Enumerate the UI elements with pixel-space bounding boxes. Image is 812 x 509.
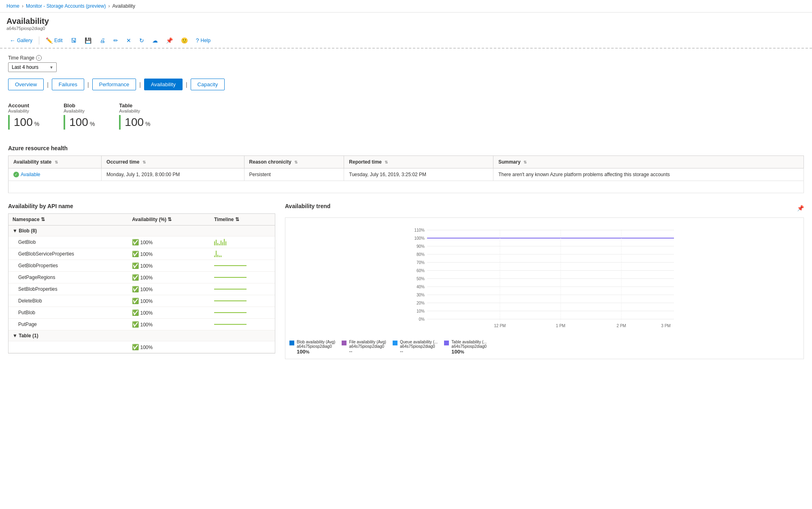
api-row-putpage: PutPage ✅ 100% bbox=[9, 319, 275, 330]
refresh-button[interactable]: ↻ bbox=[136, 36, 147, 45]
col-reason[interactable]: Reason chronicity ⇅ bbox=[244, 156, 344, 168]
legend-table-account: a64s75piosp2diag0 bbox=[451, 344, 487, 349]
refresh-icon: ↻ bbox=[139, 37, 144, 44]
svg-text:12 PM: 12 PM bbox=[494, 324, 506, 328]
close-button[interactable]: ✕ bbox=[123, 36, 134, 45]
metric-table-name: Table bbox=[119, 102, 150, 109]
tab-failures[interactable]: Failures bbox=[52, 79, 84, 90]
api-col-namespace[interactable]: Namespace ⇅ bbox=[9, 214, 128, 226]
cell-occurred: Monday, July 1, 2019, 8:00:00 PM bbox=[102, 168, 244, 181]
api-timeline-deleteblob bbox=[210, 295, 275, 307]
breadcrumb-home[interactable]: Home bbox=[6, 3, 19, 9]
check-icon-3: ✅ bbox=[132, 262, 139, 269]
tab-capacity[interactable]: Capacity bbox=[191, 79, 225, 90]
col-occurred-time[interactable]: Occurred time ⇅ bbox=[102, 156, 244, 168]
metric-blob-name: Blob bbox=[64, 102, 95, 109]
api-timeline-getblobproperties bbox=[210, 260, 275, 272]
api-col-availability[interactable]: Availability (%) ⇅ bbox=[128, 214, 210, 226]
api-section-title: Availability by API name bbox=[8, 203, 275, 209]
svg-text:70%: 70% bbox=[417, 260, 425, 265]
api-row-getblobserviceproperties: GetBlobServiceProperties ✅ 100% bbox=[9, 248, 275, 260]
check-icon-8: ✅ bbox=[132, 321, 139, 328]
sort-icon-reported: ⇅ bbox=[385, 160, 388, 164]
help-button[interactable]: ? Help bbox=[193, 36, 214, 45]
sort-icon-occurred: ⇅ bbox=[142, 160, 146, 164]
cloud-icon: ☁ bbox=[152, 37, 158, 44]
edit-button[interactable]: ✏️ Edit bbox=[43, 36, 66, 45]
col-reported-time[interactable]: Reported time ⇅ bbox=[344, 156, 493, 168]
page-subtitle: a64s75piosp2diag0 bbox=[6, 26, 806, 31]
trend-pin-icon[interactable]: 📌 bbox=[797, 205, 804, 211]
timeline-line-3 bbox=[214, 289, 247, 290]
pencil-button[interactable]: ✏ bbox=[110, 36, 121, 45]
api-name-deleteblob: DeleteBlob bbox=[9, 295, 128, 307]
api-table-wrapper: Namespace ⇅ Availability (%) ⇅ Timeline … bbox=[8, 213, 275, 354]
check-icon-5: ✅ bbox=[132, 286, 139, 292]
metric-table: Table Availability 100 % bbox=[119, 102, 150, 130]
col-summary[interactable]: Summary ⇅ bbox=[493, 156, 804, 168]
breadcrumb-current: Availability bbox=[112, 3, 135, 9]
available-badge[interactable]: Available bbox=[13, 172, 96, 177]
floppy-button[interactable]: 💾 bbox=[81, 36, 95, 45]
metrics-section: Account Availability 100 % Blob Availabi… bbox=[8, 98, 804, 134]
col-availability-state[interactable]: Availability state ⇅ bbox=[9, 156, 102, 168]
svg-text:60%: 60% bbox=[417, 268, 425, 273]
breadcrumb-sep-2: › bbox=[108, 3, 110, 9]
cell-reason: Persistent bbox=[244, 168, 344, 181]
cloud-button[interactable]: ☁ bbox=[149, 36, 161, 45]
save-button[interactable]: 🖫 bbox=[68, 36, 80, 45]
metric-table-sublabel: Availability bbox=[119, 109, 150, 113]
check-icon-4: ✅ bbox=[132, 274, 139, 281]
api-avail-getblobproperties: ✅ 100% bbox=[128, 260, 210, 272]
tab-availability[interactable]: Availability bbox=[144, 79, 183, 90]
api-group-blob[interactable]: ▼ Blob (8) bbox=[9, 226, 275, 236]
pin-button[interactable]: 📌 bbox=[163, 36, 176, 45]
chart-legend: Blob availability (Avg) a64s75piosp2diag… bbox=[289, 340, 799, 355]
trend-section: Availability trend 📌 bbox=[285, 203, 804, 359]
breadcrumb-monitor[interactable]: Monitor - Storage Accounts (preview) bbox=[26, 3, 106, 9]
metric-blob-unit: % bbox=[90, 121, 95, 127]
metric-account-bar bbox=[8, 115, 10, 130]
gallery-button[interactable]: ← Gallery bbox=[6, 36, 36, 45]
tab-performance[interactable]: Performance bbox=[92, 79, 136, 90]
svg-text:0%: 0% bbox=[419, 317, 425, 322]
cell-reported: Tuesday, July 16, 2019, 3:25:02 PM bbox=[344, 168, 493, 181]
metric-table-bar bbox=[119, 115, 121, 130]
trend-chart: 110% 100% 90% 80% 70% 60% 50% 40% 30% 20… bbox=[285, 217, 804, 359]
emoji-button[interactable]: 🙂 bbox=[178, 36, 191, 45]
legend-blob-label: Blob availability (Avg) bbox=[297, 340, 335, 344]
time-range-section: Time Range i Last 4 hours ▼ bbox=[8, 55, 804, 72]
time-range-select[interactable]: Last 4 hours bbox=[8, 62, 57, 72]
api-table-avail: ✅ 100% bbox=[128, 341, 210, 353]
api-name-getblobproperties: GetBlobProperties bbox=[9, 260, 128, 272]
metric-account: Account Availability 100 % bbox=[8, 102, 39, 130]
metric-blob-sublabel: Availability bbox=[64, 109, 95, 113]
sort-icon-reason: ⇅ bbox=[294, 160, 298, 164]
upload-button[interactable]: 🖨 bbox=[96, 36, 108, 45]
resource-health-table: Availability state ⇅ Occurred time ⇅ Rea… bbox=[8, 155, 804, 193]
api-timeline-getblobserviceproperties bbox=[210, 248, 275, 260]
tab-overview[interactable]: Overview bbox=[8, 79, 44, 90]
trend-title: Availability trend bbox=[285, 203, 330, 209]
main-container: Home › Monitor - Storage Accounts (previ… bbox=[0, 0, 812, 509]
api-col-timeline[interactable]: Timeline ⇅ bbox=[210, 214, 275, 226]
legend-file: File availability (Avg) a64s75piosp2diag… bbox=[342, 340, 386, 355]
api-sort-namespace: ⇅ bbox=[41, 217, 45, 222]
legend-blob-account: a64s75piosp2diag0 bbox=[297, 344, 335, 349]
svg-text:10%: 10% bbox=[417, 309, 425, 313]
timeline-line-1 bbox=[214, 265, 247, 266]
metric-blob-value: 100 bbox=[69, 116, 88, 129]
api-row-deleteblob: DeleteBlob ✅ 100% bbox=[9, 295, 275, 307]
svg-text:50%: 50% bbox=[417, 277, 425, 281]
cell-state: Available bbox=[9, 168, 102, 181]
gallery-icon: ← bbox=[10, 37, 15, 44]
legend-file-color bbox=[342, 341, 346, 345]
time-range-info-icon[interactable]: i bbox=[36, 55, 42, 61]
api-group-table[interactable]: ▼ Table (1) bbox=[9, 330, 275, 341]
legend-table-value: 100% bbox=[451, 349, 487, 355]
tab-navigation: Overview | Failures | Performance | Avai… bbox=[8, 79, 804, 90]
edit-label: Edit bbox=[54, 38, 63, 43]
timeline-line-5 bbox=[214, 312, 247, 313]
sort-icon-summary: ⇅ bbox=[523, 160, 527, 164]
svg-text:40%: 40% bbox=[417, 285, 425, 289]
